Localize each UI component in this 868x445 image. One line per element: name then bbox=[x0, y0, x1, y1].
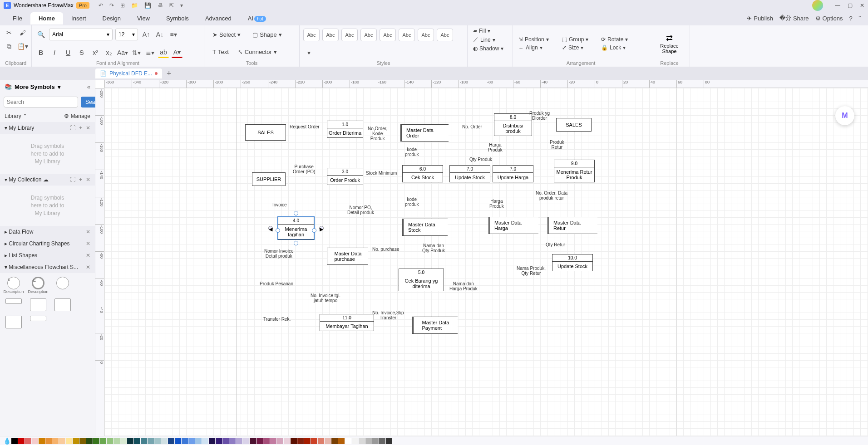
menu-symbols[interactable]: Symbols bbox=[158, 12, 197, 24]
share-button[interactable]: �分 Share bbox=[779, 14, 809, 22]
color-swatch[interactable] bbox=[372, 438, 379, 444]
shape-thumb[interactable] bbox=[53, 277, 73, 294]
shape-thumb[interactable]: sDescription bbox=[4, 277, 24, 294]
process-8[interactable]: 8.0Distribusi produk bbox=[494, 113, 532, 136]
color-swatch[interactable] bbox=[297, 438, 304, 444]
entity-supplier[interactable]: SUPPLIER bbox=[252, 172, 286, 186]
menu-file[interactable]: File bbox=[5, 12, 30, 24]
store-purchase[interactable]: Master Data purchase bbox=[327, 248, 368, 265]
color-swatch[interactable] bbox=[188, 438, 195, 444]
shape-thumb[interactable] bbox=[4, 316, 24, 328]
color-swatch[interactable] bbox=[331, 438, 338, 444]
color-swatch[interactable] bbox=[86, 438, 93, 444]
text-tool[interactable]: T Text bbox=[208, 47, 233, 57]
color-swatch[interactable] bbox=[59, 438, 65, 444]
my-library-section[interactable]: ▾ My Library ⛶+✕ bbox=[0, 122, 95, 134]
ai-fab-button[interactable]: M bbox=[835, 106, 854, 125]
process-11[interactable]: 11.0Membayar Tagihan bbox=[320, 314, 374, 331]
color-swatch[interactable] bbox=[359, 438, 365, 444]
store-order[interactable]: Master Data Order bbox=[400, 124, 449, 142]
bold-icon[interactable]: B bbox=[35, 47, 46, 58]
store-harga[interactable]: Master Data Harga bbox=[488, 217, 538, 234]
color-swatch[interactable] bbox=[195, 438, 202, 444]
options-button[interactable]: ⚙ Options bbox=[815, 15, 843, 22]
color-swatch[interactable] bbox=[284, 438, 290, 444]
color-swatch[interactable] bbox=[250, 438, 256, 444]
style-swatch-3[interactable]: Abc bbox=[341, 29, 358, 41]
color-swatch[interactable] bbox=[352, 438, 358, 444]
help-icon[interactable]: ? bbox=[849, 15, 852, 22]
export-icon[interactable]: ⇱ bbox=[169, 2, 174, 9]
process-7[interactable]: 7.0Update Stock bbox=[449, 165, 490, 182]
color-swatch[interactable] bbox=[134, 438, 140, 444]
symbol-search-input[interactable] bbox=[4, 97, 78, 108]
color-swatch[interactable] bbox=[236, 438, 242, 444]
color-swatch[interactable] bbox=[154, 438, 161, 444]
maximize-icon[interactable]: ▢ bbox=[848, 2, 853, 9]
color-swatch[interactable] bbox=[270, 438, 276, 444]
size-button[interactable]: ⤢ Size ▾ bbox=[560, 44, 597, 51]
increase-font-icon[interactable]: A↑ bbox=[141, 29, 152, 40]
color-swatch[interactable] bbox=[291, 438, 297, 444]
undo-icon[interactable]: ↶ bbox=[99, 2, 103, 9]
search-font-icon[interactable]: 🔍 bbox=[35, 29, 46, 40]
process-3[interactable]: 3.0Order Produk bbox=[327, 168, 363, 185]
publish-button[interactable]: ✈ Publish bbox=[747, 15, 773, 22]
color-swatch[interactable] bbox=[365, 438, 372, 444]
canvas-inner[interactable]: SALES SUPPLIER SALES 1.0Order Diterima 3… bbox=[104, 88, 868, 436]
shape-thumb[interactable] bbox=[28, 298, 48, 311]
library-toggle[interactable]: Library ⌃ bbox=[5, 113, 27, 119]
italic-icon[interactable]: I bbox=[49, 47, 60, 58]
color-swatch[interactable] bbox=[25, 438, 31, 444]
color-swatch[interactable] bbox=[52, 438, 59, 444]
color-swatch[interactable] bbox=[39, 438, 45, 444]
canvas[interactable]: -360-340-320-300-280-260-240-220-200-180… bbox=[95, 80, 868, 436]
entity-sales2[interactable]: SALES bbox=[556, 118, 592, 132]
close-section-icon[interactable]: ✕ bbox=[86, 176, 90, 183]
color-swatch[interactable] bbox=[256, 438, 263, 444]
data-flow-section[interactable]: ▸ Data Flow✕ bbox=[0, 226, 95, 238]
connector-tool[interactable]: ⤡ Connector ▾ bbox=[233, 47, 281, 57]
process-6[interactable]: 6.0Cek Stock bbox=[402, 165, 443, 182]
color-swatch[interactable] bbox=[318, 438, 324, 444]
close-section-icon[interactable]: ✕ bbox=[86, 125, 90, 131]
close-icon[interactable]: ✕ bbox=[860, 2, 864, 9]
shape-thumb[interactable] bbox=[53, 298, 73, 311]
color-swatch[interactable] bbox=[32, 438, 38, 444]
color-swatch[interactable] bbox=[120, 438, 127, 444]
replace-shape-button[interactable]: ⇄ Replace Shape bbox=[660, 33, 678, 54]
store-stock[interactable]: Master Data Stock bbox=[402, 219, 448, 236]
fill-button[interactable]: ▰ Fill ▾ bbox=[471, 27, 509, 34]
style-swatch-4[interactable]: Abc bbox=[360, 29, 377, 41]
color-swatch[interactable] bbox=[229, 438, 236, 444]
font-color-icon[interactable]: A▾ bbox=[172, 47, 182, 58]
menu-insert[interactable]: Insert bbox=[63, 12, 94, 24]
save-icon[interactable]: 💾 bbox=[144, 2, 151, 9]
qat-more-icon[interactable]: ▾ bbox=[180, 2, 183, 9]
shape-tool[interactable]: ▢ Shape ▾ bbox=[248, 29, 286, 40]
color-swatch[interactable] bbox=[379, 438, 385, 444]
circular-section[interactable]: ▸ Circular Charting Shapes✕ bbox=[0, 238, 95, 249]
process-5[interactable]: 5.0Cek Barang yg diterima bbox=[399, 269, 444, 291]
redo-icon[interactable]: ↷ bbox=[109, 2, 114, 9]
cut-icon[interactable]: ✂ bbox=[4, 27, 15, 38]
color-swatch[interactable] bbox=[113, 438, 120, 444]
menu-home[interactable]: Home bbox=[30, 12, 63, 24]
color-swatch[interactable] bbox=[222, 438, 229, 444]
new-page-icon[interactable]: ⊞ bbox=[120, 2, 125, 9]
add-icon[interactable]: + bbox=[79, 125, 82, 131]
color-swatch[interactable] bbox=[311, 438, 317, 444]
process-9[interactable]: 9.0Menerima Retur Produk bbox=[554, 160, 595, 182]
process-10[interactable]: 10.0Update Stock bbox=[552, 254, 593, 271]
print-icon[interactable]: 🖶 bbox=[158, 2, 163, 9]
decrease-font-icon[interactable]: A↓ bbox=[154, 29, 165, 40]
shadow-button[interactable]: ◐ Shadow ▾ bbox=[471, 45, 509, 52]
group-button[interactable]: ⬚ Group ▾ bbox=[560, 36, 597, 43]
menu-advanced[interactable]: Advanced bbox=[197, 12, 240, 24]
add-icon[interactable]: + bbox=[79, 176, 82, 183]
menu-view[interactable]: View bbox=[129, 12, 158, 24]
open-icon[interactable]: 📁 bbox=[131, 2, 138, 9]
eyedropper-icon[interactable]: 💧 bbox=[3, 435, 11, 445]
case-icon[interactable]: Aa▾ bbox=[117, 47, 128, 58]
color-swatch[interactable] bbox=[202, 438, 208, 444]
